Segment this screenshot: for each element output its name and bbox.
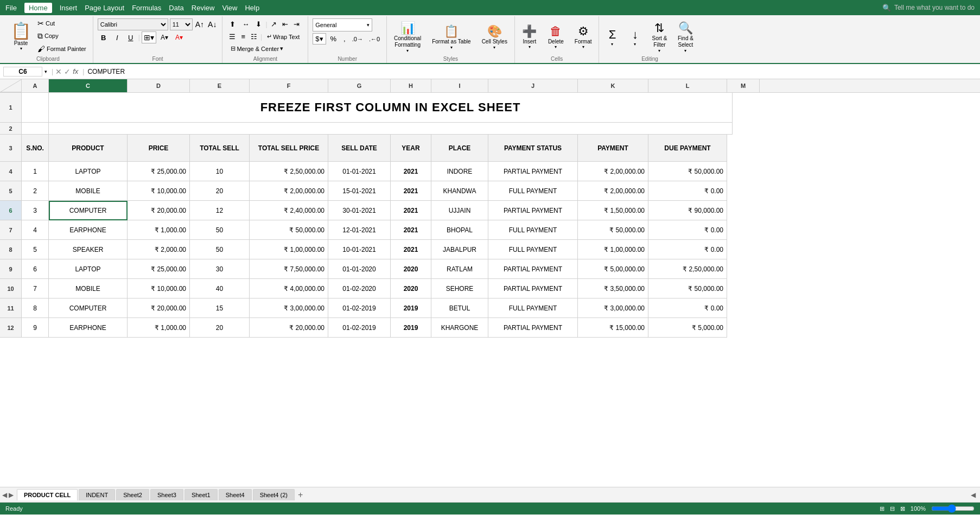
cell-e5-totalsell[interactable]: 20 <box>190 181 250 201</box>
menu-file[interactable]: File <box>5 4 17 12</box>
accounting-button[interactable]: $▾ <box>313 33 326 45</box>
tab-sheet4[interactable]: Sheet4 <box>219 489 252 500</box>
cell-g7-selldate[interactable]: 12-01-2021 <box>328 220 391 240</box>
align-bottom-button[interactable]: ⬇ <box>253 18 264 30</box>
cell-e9-totalsell[interactable]: 30 <box>190 259 250 279</box>
tab-product-cell[interactable]: PRODUCT CELL <box>17 489 78 500</box>
tab-sheet2[interactable]: Sheet2 <box>116 489 149 500</box>
zoom-slider[interactable] <box>931 504 975 513</box>
col-header-c[interactable]: C <box>49 79 128 92</box>
cell-d5-price[interactable]: ₹ 10,000.00 <box>128 181 190 201</box>
tab-sheet1[interactable]: Sheet1 <box>184 489 218 500</box>
col-header-h[interactable]: H <box>391 79 431 92</box>
wrap-text-button[interactable]: ↵ Wrap Text <box>263 31 303 42</box>
scroll-tabs-right-icon[interactable]: ▶ <box>9 491 14 499</box>
cut-button[interactable]: ✂ Cut <box>35 18 88 29</box>
underline-button[interactable]: U <box>125 31 137 43</box>
row-header-5[interactable]: 5 <box>0 181 22 201</box>
cell-c9-product[interactable]: LAPTOP <box>49 259 128 279</box>
increase-decimal-button[interactable]: .0→ <box>350 34 365 44</box>
menu-page-layout[interactable]: Page Layout <box>85 4 124 12</box>
cell-d3-price[interactable]: PRICE <box>128 135 190 162</box>
cell-k6-payment[interactable]: ₹ 1,50,000.00 <box>578 201 648 220</box>
scroll-tabs-left-icon[interactable]: ◀ <box>2 491 7 499</box>
insert-button[interactable]: ➕ Insert ▾ <box>517 20 542 54</box>
cell-e8-totalsell[interactable]: 50 <box>190 240 250 259</box>
cell-l10-duepayment[interactable]: ₹ 50,000.00 <box>648 279 727 299</box>
cell-j6-paymentstatus[interactable]: PARTIAL PAYMENT <box>488 201 578 220</box>
menu-review[interactable]: Review <box>192 4 215 12</box>
tab-sheet4-2[interactable]: Sheet4 (2) <box>253 489 295 500</box>
italic-button[interactable]: I <box>111 31 123 43</box>
cell-i12-place[interactable]: KHARGONE <box>431 318 488 338</box>
cell-j5-paymentstatus[interactable]: FULL PAYMENT <box>488 181 578 201</box>
percent-button[interactable]: % <box>328 33 340 45</box>
tab-sheet3[interactable]: Sheet3 <box>150 489 183 500</box>
cell-e4-totalsell[interactable]: 10 <box>190 162 250 181</box>
sheet-scroll-left-icon[interactable]: ◀ <box>971 491 976 499</box>
row-header-9[interactable]: 9 <box>0 259 22 279</box>
cell-styles-button[interactable]: 🎨 Cell Styles ▾ <box>477 20 512 54</box>
cell-f8-totalsellprice[interactable]: ₹ 1,00,000.00 <box>250 240 328 259</box>
cell-k3-payment[interactable]: PAYMENT <box>578 135 648 162</box>
cell-j8-paymentstatus[interactable]: FULL PAYMENT <box>488 240 578 259</box>
menu-view[interactable]: View <box>222 4 237 12</box>
autosum-button[interactable]: Σ ▾ <box>601 20 623 54</box>
cell-c12-product[interactable]: EARPHONE <box>49 318 128 338</box>
row-header-2[interactable]: 2 <box>0 123 22 135</box>
add-sheet-button[interactable]: + <box>298 490 303 500</box>
cell-f5-totalsellprice[interactable]: ₹ 2,00,000.00 <box>250 181 328 201</box>
formula-input[interactable] <box>87 68 977 75</box>
cell-l7-duepayment[interactable]: ₹ 0.00 <box>648 220 727 240</box>
cell-g9-selldate[interactable]: 01-01-2020 <box>328 259 391 279</box>
view-normal-icon[interactable]: ⊞ <box>880 505 884 512</box>
cell-k10-payment[interactable]: ₹ 3,50,000.00 <box>578 279 648 299</box>
cell-i3-place[interactable]: PLACE <box>431 135 488 162</box>
cell-c3-product[interactable]: PRODUCT <box>49 135 128 162</box>
cell-c8-product[interactable]: SPEAKER <box>49 240 128 259</box>
cell-c5-product[interactable]: MOBILE <box>49 181 128 201</box>
align-middle-button[interactable]: ↔ <box>239 18 252 30</box>
format-as-table-button[interactable]: 📋 Format as Table ▾ <box>427 20 476 54</box>
col-header-l[interactable]: L <box>648 79 727 92</box>
cell-i10-place[interactable]: SEHORE <box>431 279 488 299</box>
cell-h12-year[interactable]: 2019 <box>391 318 431 338</box>
comma-button[interactable]: , <box>341 33 348 45</box>
cell-l5-duepayment[interactable]: ₹ 0.00 <box>648 181 727 201</box>
find-select-button[interactable]: 🔍 Find &Select ▾ <box>673 20 698 54</box>
col-header-j[interactable]: J <box>488 79 578 92</box>
cell-i7-place[interactable]: BHOPAL <box>431 220 488 240</box>
cell-l11-duepayment[interactable]: ₹ 0.00 <box>648 299 727 318</box>
align-center-button[interactable]: ≡ <box>239 31 247 42</box>
cell-g12-selldate[interactable]: 01-02-2019 <box>328 318 391 338</box>
cell-f6-totalsellprice[interactable]: ₹ 2,40,000.00 <box>250 201 328 220</box>
paste-button[interactable]: 📋 Paste ▾ <box>8 19 34 53</box>
cell-j9-paymentstatus[interactable]: PARTIAL PAYMENT <box>488 259 578 279</box>
cell-e3-totalsell[interactable]: TOTAL SELL <box>190 135 250 162</box>
cancel-formula-icon[interactable]: ✕ <box>55 67 62 76</box>
cell-d11-price[interactable]: ₹ 20,000.00 <box>128 299 190 318</box>
align-left-button[interactable]: ☰ <box>227 31 238 42</box>
menu-insert[interactable]: Insert <box>60 4 78 12</box>
cell-i9-place[interactable]: RATLAM <box>431 259 488 279</box>
cell-g11-selldate[interactable]: 01-02-2019 <box>328 299 391 318</box>
menu-home[interactable]: Home <box>24 3 52 13</box>
cell-e7-totalsell[interactable]: 50 <box>190 220 250 240</box>
cell-j7-paymentstatus[interactable]: FULL PAYMENT <box>488 220 578 240</box>
cell-a7-sno[interactable]: 4 <box>22 220 49 240</box>
row-header-8[interactable]: 8 <box>0 240 22 259</box>
cell-k12-payment[interactable]: ₹ 15,000.00 <box>578 318 648 338</box>
conditional-formatting-button[interactable]: 📊 ConditionalFormatting ▾ <box>389 20 426 54</box>
col-header-m[interactable]: M <box>727 79 760 92</box>
borders-button[interactable]: ⊞▾ <box>142 31 156 43</box>
sort-filter-button[interactable]: ⇅ Sort &Filter ▾ <box>647 20 672 54</box>
cell-h6-year[interactable]: 2021 <box>391 201 431 220</box>
number-format-dropdown[interactable]: ▾ <box>367 22 370 28</box>
cell-e10-totalsell[interactable]: 40 <box>190 279 250 299</box>
font-name-select[interactable]: Calibri <box>98 18 168 30</box>
cell-c11-product[interactable]: COMPUTER <box>49 299 128 318</box>
decrease-font-button[interactable]: A↓ <box>207 19 218 30</box>
format-button[interactable]: ⚙ Format ▾ <box>570 20 597 54</box>
cell-a1[interactable] <box>22 93 49 123</box>
cell-h7-year[interactable]: 2021 <box>391 220 431 240</box>
